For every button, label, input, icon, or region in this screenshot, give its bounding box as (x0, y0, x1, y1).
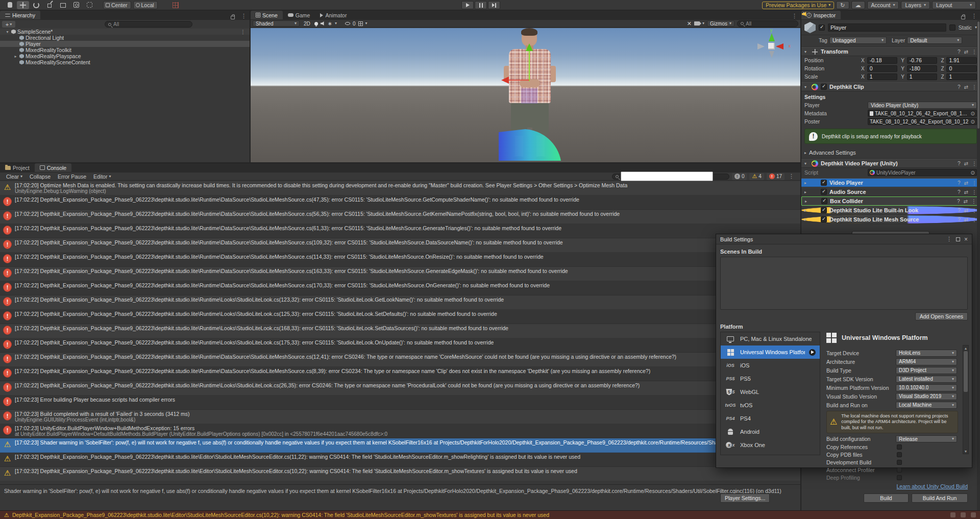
layout-dropdown[interactable]: Layout▾ (932, 1, 976, 9)
console-log-entry[interactable]: [17:02:22] Depthkit_Expansion_Package_Ph… (0, 324, 800, 338)
pivot-center-button[interactable]: Center (103, 1, 131, 9)
info-count-badge[interactable]: !0 (732, 173, 747, 180)
console-log-entry[interactable]: [17:02:22] Depthkit_Expansion_Package_Ph… (0, 281, 800, 295)
chevron-down-icon[interactable]: ▾ (335, 21, 337, 26)
warning-count-badge[interactable]: ⚠4 (749, 173, 764, 180)
item-menu-icon[interactable]: ⋮ (240, 29, 246, 35)
tab-inspector[interactable]: i Inspector (801, 11, 841, 19)
scrollbar-thumb[interactable] (964, 351, 968, 392)
move-gizmo-x-axis[interactable] (508, 80, 529, 81)
z-field[interactable]: 0 (946, 65, 977, 72)
console-log-entry[interactable]: [17:02:22] Depthkit_Expansion_Package_Ph… (0, 195, 800, 210)
error-pause-button[interactable]: Error Pause (55, 174, 89, 180)
scene-view-tab[interactable]: Scene (251, 11, 283, 19)
platform-item[interactable]: 55 WebGL (721, 385, 820, 399)
scene-view-tab[interactable]: Game (283, 11, 315, 19)
component-enabled-checkbox[interactable] (821, 84, 827, 90)
scenes-in-build-list[interactable] (720, 257, 968, 310)
help-icon[interactable]: ? (958, 189, 961, 195)
console-log-entry[interactable]: [17:02:23] Error building Player because… (0, 396, 800, 410)
component-enabled-checkbox[interactable] (821, 207, 827, 213)
platform-item[interactable]: PC, Mac & Linux Standalone (721, 332, 820, 345)
component-menu-icon[interactable]: ⋮ (972, 208, 977, 213)
expand-arrow-icon[interactable] (5, 30, 10, 34)
console-log-entry[interactable]: [17:02:23] Shader warning in 'SobelFilte… (0, 438, 800, 453)
grid-visibility-icon[interactable] (358, 21, 363, 26)
console-log-entry[interactable]: [17:02:22] Depthkit_Expansion_Package_Ph… (0, 381, 800, 396)
move-gizmo-y-axis[interactable] (529, 51, 530, 81)
play-button[interactable] (461, 1, 474, 9)
x-field[interactable]: 1 (867, 73, 898, 80)
status-icon[interactable] (971, 512, 976, 517)
x-field[interactable]: -0.18 (867, 57, 898, 64)
presets-icon[interactable]: ⇄ (964, 161, 968, 166)
inspector-scrollbar[interactable] (977, 20, 980, 510)
axis-cone-icon[interactable] (769, 51, 774, 58)
console-log-entry[interactable]: [17:02:22] Depthkit_Expansion_Package_Ph… (0, 295, 800, 310)
y-axis-cone-icon[interactable] (769, 33, 775, 41)
axis-cone-icon[interactable] (757, 43, 765, 50)
metadata-object-field[interactable]: TAKE_08_10_12_06_42_Export_08_10_12 ⊙ (868, 110, 977, 117)
object-name-field[interactable]: Player (828, 23, 946, 32)
status-icon[interactable] (950, 512, 955, 517)
bottom-panel-tab[interactable]: Console (35, 163, 72, 172)
hierarchy-item[interactable]: Directional Light (0, 35, 250, 41)
advanced-settings-foldout[interactable]: ▸ Advanced Settings (801, 147, 980, 159)
option-checkbox[interactable] (897, 460, 902, 465)
scroll-down-icon[interactable]: ▼ (963, 449, 968, 454)
scrollbar-thumb[interactable] (977, 21, 979, 129)
y-field[interactable]: -0.76 (907, 57, 938, 64)
cloud-button[interactable]: ☁ (851, 1, 865, 9)
foldout-arrow-icon[interactable]: ▸ (804, 181, 809, 185)
effects-icon[interactable]: ∗ (328, 21, 332, 27)
preview-packages-button[interactable]: Preview Packages in Use▾ (762, 2, 834, 9)
x-field[interactable]: 0 (867, 65, 898, 72)
object-picker-icon[interactable]: ⊙ (971, 170, 975, 176)
console-log-entry[interactable]: [17:02:22] Depthkit_Expansion_Package_Ph… (0, 253, 800, 267)
hierarchy-search-input[interactable] (113, 21, 189, 27)
status-icon[interactable] (961, 512, 966, 517)
2d-toggle[interactable]: 2D (302, 21, 312, 27)
hierarchy-item[interactable]: Player (0, 41, 250, 47)
setting-dropdown[interactable]: Latest installed▾ (896, 376, 957, 383)
scene-search-input[interactable] (746, 21, 795, 27)
console-log-entry[interactable]: [17:02:22] Depthkit_Expansion_Package_Ph… (0, 224, 800, 238)
platform-item[interactable]: xx Xbox One (721, 438, 820, 452)
help-icon[interactable]: ? (958, 49, 961, 55)
component-menu-icon[interactable]: ⋮ (972, 180, 977, 186)
setting-dropdown[interactable]: D3D Project▾ (896, 367, 957, 374)
platform-item[interactable]: PS5 PS5 (721, 372, 820, 385)
transform-tool-button[interactable] (70, 1, 82, 9)
transform-tool-button[interactable] (43, 1, 56, 9)
presets-icon[interactable]: ⇄ (964, 217, 968, 223)
account-dropdown[interactable]: Account▾ (867, 1, 899, 9)
option-checkbox[interactable] (897, 475, 902, 480)
hierarchy-item[interactable]: MixedRealityPlayspace (0, 53, 250, 59)
collapse-button[interactable]: Collapse (27, 174, 54, 180)
panel-menu-icon[interactable]: ⋮ (789, 13, 800, 19)
console-log-entry[interactable]: [17:02:22] Depthkit_Expansion_Package_Ph… (0, 238, 800, 253)
component-menu-icon[interactable]: ⋮ (972, 49, 977, 55)
hierarchy-item[interactable]: SampleScene* ⋮ (0, 29, 250, 35)
error-count-badge[interactable]: !17 (767, 173, 785, 180)
foldout-arrow-icon[interactable]: ▾ (804, 50, 809, 54)
build-and-run-button[interactable]: Build And Run (912, 493, 968, 503)
orientation-gizmo[interactable]: y x (756, 31, 786, 61)
component-header[interactable]: ▸ Video Player ?⇄⋮ (801, 178, 980, 187)
layers-dropdown[interactable]: Layers▾ (901, 1, 930, 9)
component-menu-icon[interactable]: ⋮ (971, 199, 976, 204)
grid-snapping-button[interactable] (169, 1, 182, 9)
build-button[interactable]: Build (864, 493, 909, 503)
unity-cloud-build-link[interactable]: Learn about Unity Cloud Build (826, 483, 968, 489)
bottom-panel-tab[interactable]: Project (0, 163, 35, 172)
depthkit-video-player-header[interactable]: ▾ Depthkit Video Player (Unity) ?⇄⋮ (801, 159, 980, 168)
pivot-local-button[interactable]: Local (133, 1, 158, 9)
gizmo-center-cube[interactable] (768, 43, 775, 50)
console-log-entry[interactable]: [17:02:20] Optimize Mesh Data is enabled… (0, 181, 800, 195)
poster-object-field[interactable]: TAKE_08_10_12_06_42_Export_08_10_12 ⊙ (868, 118, 977, 125)
settings-scrollbar[interactable]: ▲ ▼ (963, 345, 969, 454)
player-settings-button[interactable]: Player Settings... (720, 493, 770, 503)
lock-icon[interactable] (231, 16, 235, 19)
maximize-icon[interactable] (956, 237, 960, 241)
z-field[interactable]: 1.91 (946, 57, 977, 64)
